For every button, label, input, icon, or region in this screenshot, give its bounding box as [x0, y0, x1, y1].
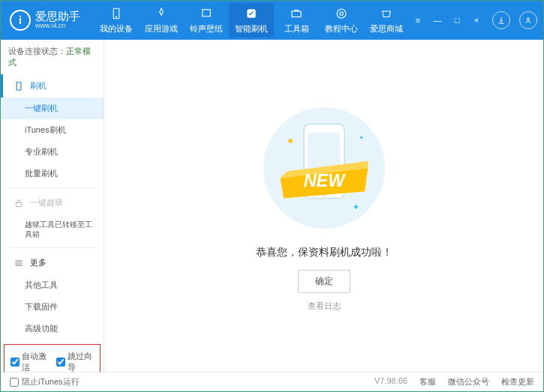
sidebar-jailbreak-note: 越狱工具已转移至工具箱: [1, 214, 104, 244]
logo-icon: i: [10, 10, 31, 31]
main-nav: 我的设备 应用游戏 铃声壁纸 智能刷机 工具箱 教程中心 爱思商城: [94, 3, 411, 37]
sidebar-section-flash[interactable]: 刷机: [1, 74, 104, 97]
view-log-link[interactable]: 查看日志: [308, 301, 341, 312]
option-checkboxes: 自动激活 跳过向导: [4, 344, 101, 372]
version-label: V7.98.66: [374, 376, 407, 388]
svg-point-7: [527, 18, 530, 20]
checkbox-skip-guide[interactable]: 跳过向导: [56, 351, 95, 372]
svg-point-17: [359, 136, 362, 139]
nav-apps-games[interactable]: 应用游戏: [139, 3, 184, 37]
titlebar: i 爱思助手 www.i4.cn 我的设备 应用游戏 铃声壁纸 智能刷机 工具箱…: [1, 1, 543, 40]
more-icon: [14, 258, 24, 268]
user-icon[interactable]: [519, 11, 537, 29]
store-icon: [379, 6, 394, 21]
svg-point-1: [116, 16, 117, 18]
tutorial-icon: [334, 6, 349, 21]
nav-smart-flash[interactable]: 智能刷机: [229, 3, 274, 37]
lock-icon: [14, 198, 24, 208]
sidebar-item-batch-flash[interactable]: 批量刷机: [1, 163, 104, 184]
wechat-link[interactable]: 微信公众号: [448, 376, 489, 388]
download-icon[interactable]: [492, 11, 510, 29]
phone-icon: [14, 81, 24, 91]
sidebar: 设备连接状态：正常模式 刷机 一键刷机 iTunes刷机 专业刷机 批量刷机 一…: [1, 40, 104, 372]
sidebar-item-download-firmware[interactable]: 下载固件: [1, 296, 104, 318]
ok-button[interactable]: 确定: [298, 270, 350, 293]
checkbox-auto-activate[interactable]: 自动激活: [11, 351, 49, 372]
app-url: www.i4.cn: [35, 22, 80, 30]
svg-rect-4: [292, 11, 301, 17]
phone-icon: [109, 6, 124, 21]
wallpaper-icon: [199, 6, 214, 21]
nav-tutorial[interactable]: 教程中心: [319, 3, 364, 37]
app-window: i 爱思助手 www.i4.cn 我的设备 应用游戏 铃声壁纸 智能刷机 工具箱…: [0, 0, 544, 392]
body: 设备连接状态：正常模式 刷机 一键刷机 iTunes刷机 专业刷机 批量刷机 一…: [1, 40, 543, 372]
svg-point-16: [288, 139, 292, 142]
svg-point-5: [337, 9, 346, 18]
nav-store[interactable]: 爱思商城: [364, 3, 409, 37]
divider: [8, 187, 96, 188]
app-title: 爱思助手: [35, 10, 80, 23]
sidebar-item-advanced[interactable]: 高级功能: [1, 318, 104, 340]
checkbox-block-itunes[interactable]: 阻止iTunes运行: [10, 376, 80, 388]
apps-icon: [154, 6, 169, 21]
nav-ringtone-wallpaper[interactable]: 铃声壁纸: [184, 3, 229, 37]
svg-text:NEW: NEW: [303, 171, 345, 190]
toolbox-icon: [289, 6, 304, 21]
divider: [8, 247, 96, 248]
minimize-button[interactable]: —: [431, 13, 444, 27]
close-button[interactable]: ×: [470, 13, 483, 27]
sidebar-item-itunes-flash[interactable]: iTunes刷机: [1, 119, 104, 141]
success-illustration: NEW: [257, 100, 392, 235]
connection-status: 设备连接状态：正常模式: [1, 40, 104, 74]
logo-area: i 爱思助手 www.i4.cn: [10, 10, 80, 31]
flash-icon: [244, 6, 259, 21]
statusbar: 阻止iTunes运行 V7.98.66 客服 微信公众号 检查更新: [1, 372, 543, 391]
menu-icon[interactable]: ≡: [411, 13, 425, 27]
success-message: 恭喜您，保资料刷机成功啦！: [256, 246, 392, 259]
sidebar-section-jailbreak[interactable]: 一键越狱: [1, 191, 104, 214]
sidebar-item-other-tools[interactable]: 其他工具: [1, 274, 104, 296]
sidebar-item-oneclick-flash[interactable]: 一键刷机: [1, 97, 104, 119]
svg-rect-9: [17, 202, 22, 206]
window-controls: ≡ — □ ×: [411, 11, 537, 29]
svg-point-6: [340, 12, 344, 16]
svg-rect-8: [17, 82, 21, 90]
nav-toolbox[interactable]: 工具箱: [274, 3, 319, 37]
main-content: NEW 恭喜您，保资料刷机成功啦！ 确定 查看日志: [104, 40, 543, 372]
maximize-button[interactable]: □: [450, 13, 464, 27]
check-update-link[interactable]: 检查更新: [501, 376, 534, 388]
sidebar-item-pro-flash[interactable]: 专业刷机: [1, 141, 104, 163]
sidebar-section-more[interactable]: 更多: [1, 251, 104, 274]
support-link[interactable]: 客服: [419, 376, 436, 388]
nav-my-device[interactable]: 我的设备: [94, 3, 139, 37]
svg-rect-2: [203, 10, 211, 16]
